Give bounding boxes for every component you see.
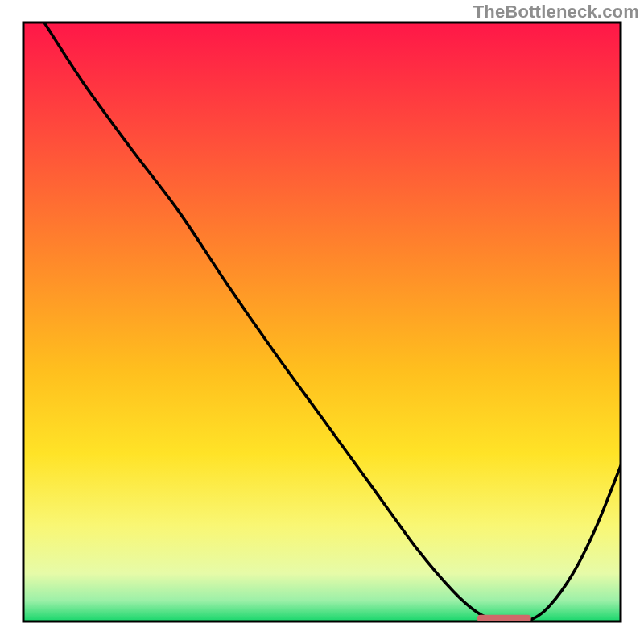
bottom-marker <box>477 615 531 622</box>
chart-stage: TheBottleneck.com <box>0 0 644 644</box>
chart-svg <box>0 0 644 644</box>
gradient-background <box>23 23 621 621</box>
plot-area <box>23 23 621 622</box>
